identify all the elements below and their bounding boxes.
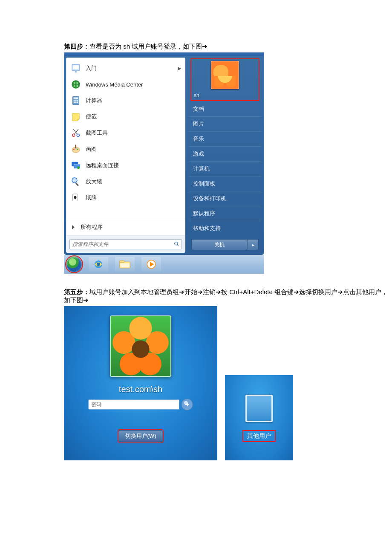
login-avatar xyxy=(110,315,171,377)
startmenu-right-link[interactable]: 游戏 xyxy=(189,146,261,161)
program-item[interactable]: 纸牌 xyxy=(67,190,184,206)
svg-point-17 xyxy=(77,149,78,150)
startmenu-right-link[interactable]: 帮助和支持 xyxy=(189,221,261,236)
step5-prefix: 第五步： xyxy=(64,288,89,295)
svg-point-15 xyxy=(73,149,75,150)
svg-point-22 xyxy=(72,178,77,183)
svg-rect-10 xyxy=(75,102,77,103)
program-item[interactable]: 画图 xyxy=(67,141,184,157)
solitaire-icon xyxy=(70,192,81,203)
search-input[interactable] xyxy=(69,239,182,249)
other-user-tile[interactable] xyxy=(245,395,273,422)
step4-caption: 第四步：查看是否为 sh 域用户账号登录，如下图➔ xyxy=(0,43,392,52)
login-screen: test.com\sh 切换用户(W) xyxy=(64,306,217,460)
svg-rect-31 xyxy=(120,263,129,268)
username-label: sh xyxy=(194,92,199,98)
start-menu-right: sh 文档图片音乐游戏计算机控制面板设备和打印机默认程序帮助和支持 关机 ▸ xyxy=(187,56,263,254)
all-programs[interactable]: 所有程序 xyxy=(66,219,185,235)
password-input[interactable] xyxy=(88,399,179,410)
svg-rect-6 xyxy=(74,100,75,101)
svg-point-28 xyxy=(97,263,100,266)
startmenu-right-link[interactable]: 图片 xyxy=(189,116,261,131)
wmc-icon xyxy=(70,79,81,90)
startmenu-right-link[interactable]: 音乐 xyxy=(189,131,261,146)
user-tile-highlight: sh xyxy=(190,58,259,101)
svg-rect-7 xyxy=(75,100,77,101)
taskbar-ie[interactable] xyxy=(89,257,108,272)
chevron-right-icon xyxy=(72,225,75,229)
program-item[interactable]: 放大镜 xyxy=(67,173,184,190)
program-item[interactable]: 便笺 xyxy=(67,109,184,125)
shutdown-button[interactable]: 关机 xyxy=(191,239,248,250)
startmenu-right-link[interactable]: 设备和打印机 xyxy=(189,191,261,206)
svg-rect-8 xyxy=(77,100,78,101)
svg-rect-1 xyxy=(73,65,79,69)
svg-point-3 xyxy=(72,80,80,89)
svg-rect-11 xyxy=(77,102,78,103)
program-item[interactable]: 计算器 xyxy=(67,92,184,109)
program-label: 远程桌面连接 xyxy=(86,162,181,169)
step4-prefix: 第四步： xyxy=(64,43,89,50)
taskbar xyxy=(64,255,264,274)
svg-rect-23 xyxy=(75,182,79,186)
shutdown-options-button[interactable]: ▸ xyxy=(248,239,259,250)
svg-point-21 xyxy=(77,166,80,169)
program-label: 纸牌 xyxy=(86,194,181,202)
user-avatar[interactable] xyxy=(211,61,239,89)
startmenu-right-link[interactable]: 计算机 xyxy=(189,161,261,176)
sticky-notes-icon xyxy=(70,111,81,122)
program-item[interactable]: 远程桌面连接 xyxy=(67,157,184,173)
startmenu-right-link[interactable]: 控制面板 xyxy=(189,176,261,191)
start-menu-screenshot: 入门▶Windows Media Center计算器便笺截图工具画图远程桌面连接… xyxy=(64,52,264,274)
snipping-tool-icon xyxy=(70,127,81,139)
program-item[interactable]: Windows Media Center xyxy=(67,76,184,92)
svg-rect-2 xyxy=(75,72,77,72)
taskbar-wmp[interactable] xyxy=(141,257,161,272)
flower-icon xyxy=(111,316,170,376)
taskbar-explorer[interactable] xyxy=(115,257,135,272)
svg-rect-5 xyxy=(74,98,78,100)
program-label: 入门 xyxy=(86,64,178,72)
startmenu-right-link[interactable]: 文档 xyxy=(189,104,261,116)
chevron-right-icon: ▶ xyxy=(178,66,181,71)
switch-user-button[interactable]: 切换用户(W) xyxy=(119,430,163,442)
step5-caption: 第五步：域用户账号加入到本地管理员组➔开始➔注销➔按 Ctrl+Alt+Dele… xyxy=(0,288,392,306)
program-label: 计算器 xyxy=(86,97,181,104)
svg-rect-18 xyxy=(75,145,76,148)
login-submit-button[interactable] xyxy=(181,399,193,410)
program-label: 截图工具 xyxy=(86,129,181,137)
program-label: Windows Media Center xyxy=(86,81,181,88)
start-orb[interactable] xyxy=(66,257,82,272)
getting-started-icon xyxy=(70,63,81,74)
program-item[interactable]: 截图工具 xyxy=(67,125,184,141)
step5-text: 域用户账号加入到本地管理员组➔开始➔注销➔按 Ctrl+Alt+Delete 组… xyxy=(64,288,388,304)
magnifier-icon xyxy=(70,176,81,187)
program-label: 画图 xyxy=(86,145,181,153)
login-username: test.com\sh xyxy=(119,384,162,394)
program-label: 放大镜 xyxy=(86,178,181,185)
calculator-icon xyxy=(70,95,81,106)
svg-rect-30 xyxy=(120,260,124,263)
paint-icon xyxy=(70,144,81,155)
svg-rect-9 xyxy=(74,102,75,103)
rdp-icon xyxy=(70,160,81,171)
program-item[interactable]: 入门▶ xyxy=(67,60,184,76)
other-user-panel: 其他用户 xyxy=(225,375,293,460)
all-programs-label: 所有程序 xyxy=(81,223,103,231)
program-label: 便笺 xyxy=(86,113,181,121)
startmenu-right-link[interactable]: 默认程序 xyxy=(189,206,261,221)
other-user-label[interactable]: 其他用户 xyxy=(244,431,274,441)
step4-text: 查看是否为 sh 域用户账号登录，如下图➔ xyxy=(89,43,208,50)
start-menu-left: 入门▶Windows Media Center计算器便笺截图工具画图远程桌面连接… xyxy=(66,58,185,253)
